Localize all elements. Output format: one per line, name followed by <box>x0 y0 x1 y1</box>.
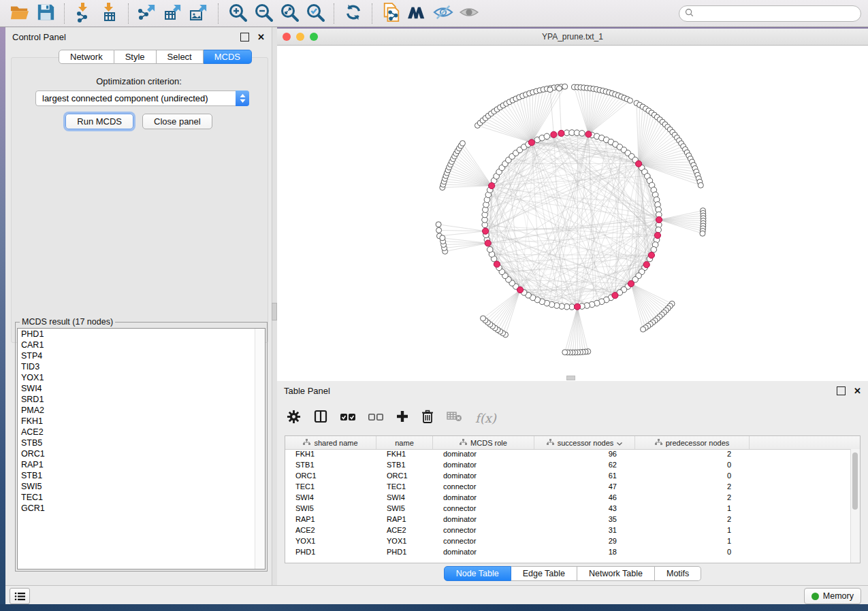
mcds-result-item[interactable]: PMA2 <box>18 405 265 416</box>
mcds-result-item[interactable]: ACE2 <box>18 427 265 437</box>
hide-selected-button[interactable] <box>430 2 456 25</box>
tab-style[interactable]: Style <box>114 50 157 64</box>
control-panel: Control Panel ✕ NetworkStyleSelectMCDS O… <box>5 27 272 585</box>
table-scrollbar[interactable] <box>850 449 860 563</box>
add-row-button[interactable] <box>396 410 408 425</box>
mcds-result-item[interactable]: FKH1 <box>18 416 265 427</box>
table-cell: ACE2 <box>285 526 376 537</box>
table-row[interactable]: YOX1YOX1connector291 <box>285 537 860 548</box>
table-cell: 18 <box>534 548 635 559</box>
mcds-result-item[interactable]: STB1 <box>18 470 265 481</box>
mcds-result-item[interactable]: PHD1 <box>18 329 265 340</box>
first-neighbors-button[interactable] <box>404 2 430 25</box>
mcds-result-title: MCDS result (17 nodes) <box>20 317 115 327</box>
float-panel-icon[interactable] <box>240 33 249 42</box>
export-table-icon <box>163 2 184 25</box>
zoom-in-button[interactable] <box>225 2 251 25</box>
panel-menu-button[interactable] <box>10 588 30 604</box>
refresh-button[interactable] <box>340 2 366 25</box>
mcds-result-item[interactable]: TID3 <box>18 361 265 372</box>
clone-network-button[interactable] <box>379 2 404 25</box>
table-row[interactable]: SWI5SWI5connector431 <box>285 504 860 515</box>
table-body: FKH1FKH1dominator962STB1STB1dominator620… <box>285 450 860 559</box>
column-header-successor-nodes[interactable]: successor nodes <box>534 436 635 449</box>
table-tabs: Node TableEdge TableNetwork TableMotifs <box>277 566 868 581</box>
tab-node-table[interactable]: Node Table <box>444 566 511 581</box>
settings-button[interactable] <box>287 410 301 427</box>
desktop-wallpaper-strip <box>0 27 5 604</box>
deselect-all-button[interactable] <box>368 412 383 424</box>
table-row[interactable]: PHD1PHD1dominator180 <box>285 548 860 559</box>
network-graph[interactable] <box>277 46 868 381</box>
mcds-result-item[interactable]: CAR1 <box>18 340 265 350</box>
close-table-panel-icon[interactable]: ✕ <box>854 387 861 395</box>
column-header-predecessor-nodes[interactable]: predecessor nodes <box>635 436 750 449</box>
mcds-result-item[interactable]: SRD1 <box>18 394 265 405</box>
table-row[interactable]: TEC1TEC1connector472 <box>285 482 860 493</box>
open-session-button[interactable] <box>7 2 33 25</box>
list-icon <box>14 591 26 601</box>
show-all-button[interactable] <box>456 2 482 25</box>
table-row[interactable]: RAP1RAP1dominator352 <box>285 515 860 526</box>
tab-mcds[interactable]: MCDS <box>204 50 252 64</box>
export-network-button[interactable] <box>135 2 161 25</box>
horizontal-splitter-grip[interactable] <box>566 376 575 380</box>
table-cell: 2 <box>635 515 750 526</box>
table-cell: 96 <box>534 450 635 461</box>
table-row[interactable]: FKH1FKH1dominator962 <box>285 450 860 461</box>
tab-motifs[interactable]: Motifs <box>655 566 701 581</box>
mcds-result-item[interactable]: STB5 <box>18 437 265 448</box>
table-row[interactable]: ACE2ACE2connector311 <box>285 526 860 537</box>
delete-row-button[interactable] <box>421 410 434 426</box>
zoom-selected-button[interactable] <box>302 2 328 25</box>
mcds-result-item[interactable]: TEC1 <box>18 492 265 503</box>
save-session-button[interactable] <box>33 2 59 25</box>
network-canvas[interactable] <box>277 46 868 381</box>
table-row[interactable]: STB1STB1dominator620 <box>285 461 860 472</box>
run-mcds-button[interactable]: Run MCDS <box>65 114 133 129</box>
table-cell: 31 <box>534 526 635 537</box>
mcds-result-item[interactable]: GCR1 <box>18 503 265 514</box>
import-network-button[interactable] <box>71 2 97 25</box>
column-header-shared-name[interactable]: shared name <box>285 436 376 449</box>
mcds-result-item[interactable]: SWI4 <box>18 383 265 394</box>
export-table-button[interactable] <box>161 2 187 25</box>
select-all-button[interactable] <box>340 412 355 424</box>
memory-button[interactable]: Memory <box>804 588 861 604</box>
columns-button[interactable] <box>314 410 327 426</box>
mcds-result-item[interactable]: STP4 <box>18 350 265 361</box>
column-header-name[interactable]: name <box>376 436 433 449</box>
mcds-result-item[interactable]: SWI5 <box>18 481 265 492</box>
import-table-button[interactable] <box>97 2 123 25</box>
table-cell: 1 <box>635 526 750 537</box>
mcds-result-list[interactable]: PHD1CAR1STP4TID3YOX1SWI4SRD1PMA2FKH1ACE2… <box>17 328 266 569</box>
tab-network[interactable]: Network <box>59 50 114 64</box>
search-input[interactable] <box>698 8 855 19</box>
table-cell: ORC1 <box>376 472 433 482</box>
tab-select[interactable]: Select <box>157 50 204 64</box>
table-scrollbar-thumb[interactable] <box>852 452 858 510</box>
mcds-result-item[interactable]: YOX1 <box>18 372 265 383</box>
tab-network-table[interactable]: Network Table <box>577 566 655 581</box>
export-image-button[interactable] <box>187 2 212 25</box>
search-field[interactable] <box>679 5 861 22</box>
optimization-criterion-value: largest connected component (undirected) <box>36 93 236 103</box>
add-row-icon <box>396 410 408 425</box>
splitter-grip[interactable] <box>272 303 277 320</box>
table-cell: 2 <box>635 450 750 461</box>
table-cell: connector <box>433 482 534 493</box>
zoom-fit-button[interactable] <box>276 2 302 25</box>
column-header-MCDS-role[interactable]: MCDS role <box>433 436 534 449</box>
zoom-out-button[interactable] <box>251 2 276 25</box>
table-cell: dominator <box>433 450 534 461</box>
table-row[interactable]: ORC1ORC1dominator610 <box>285 472 860 482</box>
table-row[interactable]: SWI4SWI4dominator462 <box>285 493 860 504</box>
optimization-criterion-select[interactable]: largest connected component (undirected) <box>35 90 249 106</box>
mcds-result-item[interactable]: RAP1 <box>18 459 265 470</box>
close-panel-icon[interactable]: ✕ <box>257 33 265 41</box>
mcds-result-item[interactable]: ORC1 <box>18 448 265 459</box>
float-table-panel-icon[interactable] <box>837 386 846 395</box>
list-scrollbar[interactable] <box>255 329 265 569</box>
tab-edge-table[interactable]: Edge Table <box>511 566 577 581</box>
close-panel-button[interactable]: Close panel <box>142 114 212 129</box>
